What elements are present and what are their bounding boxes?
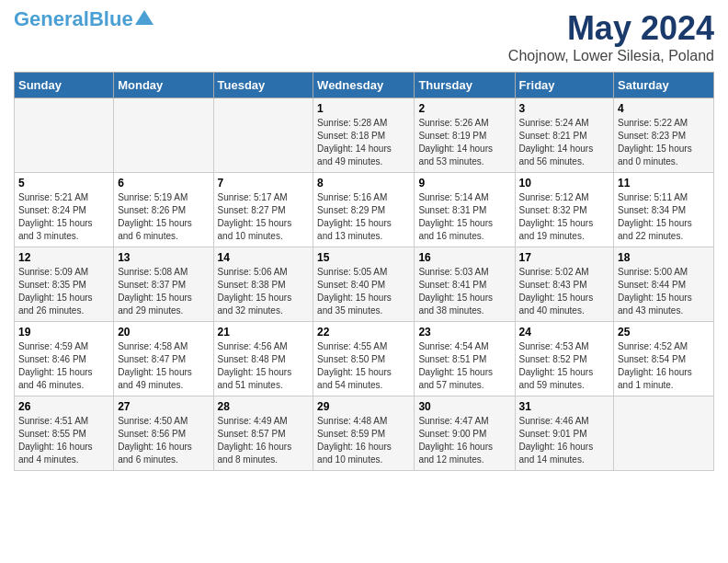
calendar-week-4: 19Sunrise: 4:59 AM Sunset: 8:46 PM Dayli…	[15, 322, 714, 396]
day-info: Sunrise: 5:28 AM Sunset: 8:18 PM Dayligh…	[317, 117, 410, 168]
day-info: Sunrise: 5:21 AM Sunset: 8:24 PM Dayligh…	[18, 191, 109, 243]
day-info: Sunrise: 5:03 AM Sunset: 8:41 PM Dayligh…	[418, 266, 510, 317]
day-number: 16	[418, 251, 510, 264]
day-info: Sunrise: 5:22 AM Sunset: 8:23 PM Dayligh…	[618, 117, 710, 168]
calendar-cell: 17Sunrise: 5:02 AM Sunset: 8:43 PM Dayli…	[515, 247, 614, 322]
day-info: Sunrise: 5:19 AM Sunset: 8:26 PM Dayligh…	[118, 191, 209, 243]
calendar-cell: 12Sunrise: 5:09 AM Sunset: 8:35 PM Dayli…	[15, 247, 114, 322]
page-title: May 2024	[508, 9, 714, 48]
calendar-cell: 30Sunrise: 4:47 AM Sunset: 9:00 PM Dayli…	[415, 396, 515, 471]
calendar-cell: 9Sunrise: 5:14 AM Sunset: 8:31 PM Daylig…	[415, 173, 515, 247]
day-info: Sunrise: 5:09 AM Sunset: 8:35 PM Dayligh…	[18, 266, 109, 317]
calendar-cell: 1Sunrise: 5:28 AM Sunset: 8:18 PM Daylig…	[313, 98, 415, 173]
day-info: Sunrise: 4:46 AM Sunset: 9:01 PM Dayligh…	[519, 415, 610, 466]
day-number: 4	[618, 102, 710, 115]
calendar-cell: 21Sunrise: 4:56 AM Sunset: 8:48 PM Dayli…	[213, 322, 313, 396]
day-info: Sunrise: 5:24 AM Sunset: 8:21 PM Dayligh…	[519, 117, 610, 168]
calendar-cell: 3Sunrise: 5:24 AM Sunset: 8:21 PM Daylig…	[515, 98, 614, 173]
calendar-cell: 28Sunrise: 4:49 AM Sunset: 8:57 PM Dayli…	[213, 396, 313, 471]
day-info: Sunrise: 5:14 AM Sunset: 8:31 PM Dayligh…	[418, 191, 510, 243]
calendar-cell: 10Sunrise: 5:12 AM Sunset: 8:32 PM Dayli…	[515, 173, 614, 247]
day-number: 17	[519, 251, 610, 264]
day-number: 20	[118, 326, 209, 339]
day-number: 3	[519, 102, 610, 115]
calendar-cell: 29Sunrise: 4:48 AM Sunset: 8:59 PM Dayli…	[313, 396, 415, 471]
day-header-friday: Friday	[515, 73, 614, 98]
title-section: May 2024 Chojnow, Lower Silesia, Poland	[508, 9, 714, 64]
calendar-week-3: 12Sunrise: 5:09 AM Sunset: 8:35 PM Dayli…	[15, 247, 714, 322]
day-number: 23	[418, 326, 510, 339]
calendar-cell: 13Sunrise: 5:08 AM Sunset: 8:37 PM Dayli…	[114, 247, 213, 322]
day-info: Sunrise: 4:50 AM Sunset: 8:56 PM Dayligh…	[118, 415, 209, 466]
day-number: 24	[519, 326, 610, 339]
calendar-cell: 27Sunrise: 4:50 AM Sunset: 8:56 PM Dayli…	[114, 396, 213, 471]
calendar-cell: 11Sunrise: 5:11 AM Sunset: 8:34 PM Dayli…	[614, 173, 714, 247]
day-info: Sunrise: 5:06 AM Sunset: 8:38 PM Dayligh…	[218, 266, 310, 317]
day-number: 10	[519, 177, 610, 190]
day-info: Sunrise: 4:59 AM Sunset: 8:46 PM Dayligh…	[18, 340, 109, 392]
day-number: 28	[218, 400, 310, 413]
calendar-week-1: 1Sunrise: 5:28 AM Sunset: 8:18 PM Daylig…	[15, 98, 714, 173]
day-number: 7	[218, 177, 310, 190]
day-number: 2	[418, 102, 510, 115]
day-number: 18	[618, 251, 710, 264]
day-number: 6	[118, 177, 209, 190]
day-header-wednesday: Wednesday	[313, 73, 415, 98]
day-info: Sunrise: 5:16 AM Sunset: 8:29 PM Dayligh…	[317, 191, 410, 243]
day-info: Sunrise: 5:08 AM Sunset: 8:37 PM Dayligh…	[118, 266, 209, 317]
calendar-cell: 20Sunrise: 4:58 AM Sunset: 8:47 PM Dayli…	[114, 322, 213, 396]
calendar-cell: 6Sunrise: 5:19 AM Sunset: 8:26 PM Daylig…	[114, 173, 213, 247]
day-info: Sunrise: 5:00 AM Sunset: 8:44 PM Dayligh…	[618, 266, 710, 317]
calendar-cell: 24Sunrise: 4:53 AM Sunset: 8:52 PM Dayli…	[515, 322, 614, 396]
day-number: 22	[317, 326, 410, 339]
day-header-monday: Monday	[114, 73, 213, 98]
calendar-table: SundayMondayTuesdayWednesdayThursdayFrid…	[14, 72, 714, 471]
logo: GeneralBlue	[14, 9, 154, 29]
calendar-cell: 22Sunrise: 4:55 AM Sunset: 8:50 PM Dayli…	[313, 322, 415, 396]
calendar-cell	[213, 98, 313, 173]
day-info: Sunrise: 5:11 AM Sunset: 8:34 PM Dayligh…	[618, 191, 710, 243]
day-info: Sunrise: 5:02 AM Sunset: 8:43 PM Dayligh…	[519, 266, 610, 317]
day-number: 25	[618, 326, 710, 339]
day-number: 13	[118, 251, 209, 264]
logo-text: GeneralBlue	[14, 9, 133, 29]
svg-marker-0	[135, 10, 154, 25]
day-header-thursday: Thursday	[415, 73, 515, 98]
day-info: Sunrise: 4:53 AM Sunset: 8:52 PM Dayligh…	[519, 340, 610, 392]
day-info: Sunrise: 4:56 AM Sunset: 8:48 PM Dayligh…	[218, 340, 310, 392]
calendar-cell: 15Sunrise: 5:05 AM Sunset: 8:40 PM Dayli…	[313, 247, 415, 322]
calendar-cell: 7Sunrise: 5:17 AM Sunset: 8:27 PM Daylig…	[213, 173, 313, 247]
day-number: 26	[18, 400, 109, 413]
calendar-cell: 2Sunrise: 5:26 AM Sunset: 8:19 PM Daylig…	[415, 98, 515, 173]
calendar-cell: 19Sunrise: 4:59 AM Sunset: 8:46 PM Dayli…	[15, 322, 114, 396]
day-number: 8	[317, 177, 410, 190]
day-header-tuesday: Tuesday	[213, 73, 313, 98]
calendar-cell: 25Sunrise: 4:52 AM Sunset: 8:54 PM Dayli…	[614, 322, 714, 396]
day-number: 1	[317, 102, 410, 115]
day-info: Sunrise: 5:05 AM Sunset: 8:40 PM Dayligh…	[317, 266, 410, 317]
day-info: Sunrise: 5:26 AM Sunset: 8:19 PM Dayligh…	[418, 117, 510, 168]
day-number: 29	[317, 400, 410, 413]
day-number: 31	[519, 400, 610, 413]
calendar-cell: 16Sunrise: 5:03 AM Sunset: 8:41 PM Dayli…	[415, 247, 515, 322]
day-info: Sunrise: 5:17 AM Sunset: 8:27 PM Dayligh…	[218, 191, 310, 243]
day-number: 12	[18, 251, 109, 264]
day-info: Sunrise: 4:52 AM Sunset: 8:54 PM Dayligh…	[618, 340, 710, 392]
day-number: 11	[618, 177, 710, 190]
calendar-cell: 14Sunrise: 5:06 AM Sunset: 8:38 PM Dayli…	[213, 247, 313, 322]
calendar-header-row: SundayMondayTuesdayWednesdayThursdayFrid…	[15, 73, 714, 98]
calendar-week-5: 26Sunrise: 4:51 AM Sunset: 8:55 PM Dayli…	[15, 396, 714, 471]
calendar-cell	[15, 98, 114, 173]
day-info: Sunrise: 4:54 AM Sunset: 8:51 PM Dayligh…	[418, 340, 510, 392]
day-number: 9	[418, 177, 510, 190]
day-info: Sunrise: 4:48 AM Sunset: 8:59 PM Dayligh…	[317, 415, 410, 466]
day-info: Sunrise: 4:55 AM Sunset: 8:50 PM Dayligh…	[317, 340, 410, 392]
page-header: GeneralBlue May 2024 Chojnow, Lower Sile…	[14, 9, 714, 64]
day-number: 30	[418, 400, 510, 413]
calendar-cell: 8Sunrise: 5:16 AM Sunset: 8:29 PM Daylig…	[313, 173, 415, 247]
calendar-cell: 18Sunrise: 5:00 AM Sunset: 8:44 PM Dayli…	[614, 247, 714, 322]
calendar-cell	[114, 98, 213, 173]
day-number: 14	[218, 251, 310, 264]
calendar-cell: 5Sunrise: 5:21 AM Sunset: 8:24 PM Daylig…	[15, 173, 114, 247]
day-number: 15	[317, 251, 410, 264]
